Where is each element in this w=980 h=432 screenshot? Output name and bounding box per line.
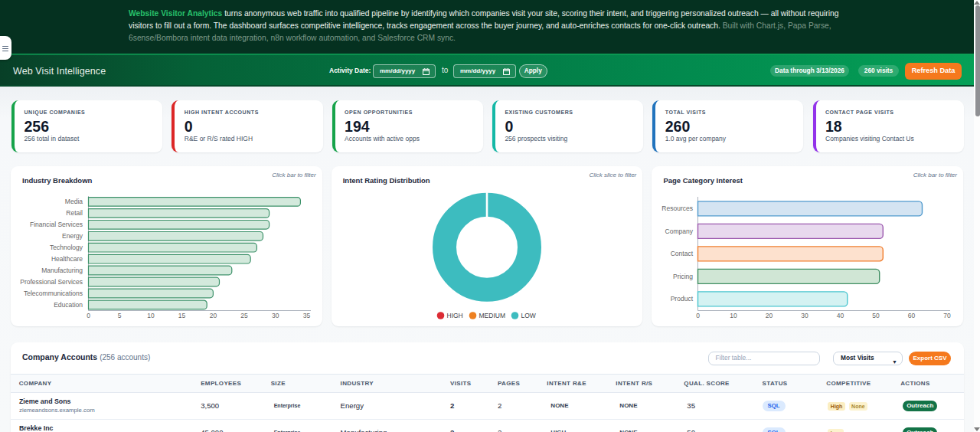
svg-text:70: 70 [944, 312, 952, 319]
svg-text:Pricing: Pricing [673, 273, 693, 280]
svg-text:Company: Company [665, 227, 694, 235]
svg-text:40: 40 [837, 312, 844, 319]
svg-text:LOW: LOW [521, 312, 535, 319]
svg-text:30: 30 [802, 312, 809, 319]
svg-text:Contact: Contact [671, 250, 694, 257]
svg-text:50: 50 [873, 312, 880, 319]
svg-text:Professional Services: Professional Services [20, 278, 83, 286]
svg-text:10: 10 [147, 312, 155, 319]
svg-text:0: 0 [697, 312, 701, 319]
svg-text:15: 15 [178, 312, 186, 319]
svg-text:Financial Services: Financial Services [30, 221, 83, 228]
svg-text:Education: Education [54, 301, 83, 309]
svg-text:20: 20 [766, 312, 773, 319]
svg-text:0: 0 [87, 312, 90, 319]
svg-text:20: 20 [210, 312, 217, 319]
svg-text:HIGH: HIGH [446, 312, 462, 319]
svg-text:MEDIUM: MEDIUM [479, 312, 505, 319]
svg-text:Energy: Energy [62, 232, 83, 240]
svg-text:Media: Media [65, 198, 83, 205]
svg-text:30: 30 [272, 312, 279, 319]
svg-text:10: 10 [730, 312, 738, 319]
svg-text:Technology: Technology [50, 244, 83, 251]
svg-text:Manufacturing: Manufacturing [41, 267, 83, 274]
svg-text:5: 5 [118, 312, 122, 319]
svg-text:Product: Product [671, 295, 694, 303]
svg-text:Healthcare: Healthcare [51, 255, 83, 263]
svg-text:Resources: Resources [662, 205, 694, 212]
svg-text:Telecommunications: Telecommunications [24, 290, 83, 297]
svg-text:25: 25 [240, 312, 248, 319]
svg-text:Retail: Retail [66, 209, 83, 217]
svg-text:35: 35 [303, 312, 311, 319]
svg-text:60: 60 [908, 312, 916, 319]
